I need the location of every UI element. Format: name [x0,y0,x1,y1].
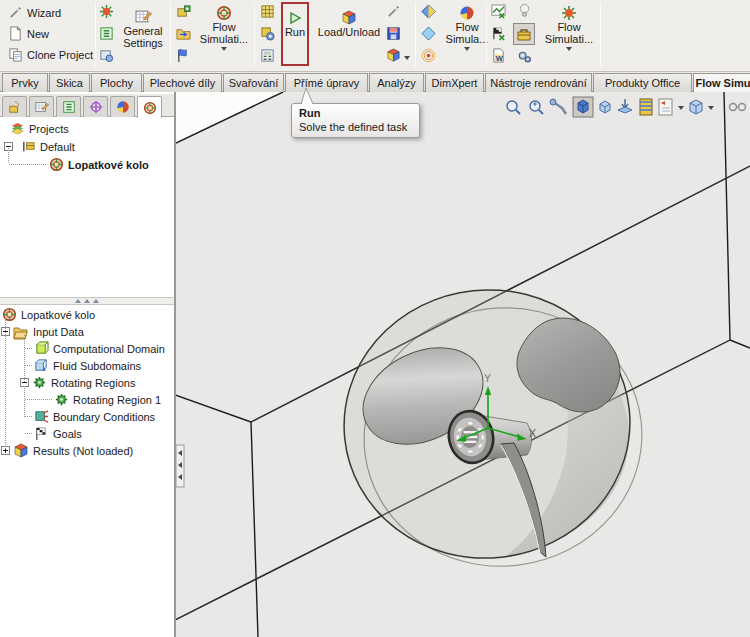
panel-tab-features[interactable] [2,96,27,117]
axis-label-y: Y [484,372,491,384]
tree-item-rotating-regions[interactable]: Rotating Regions [20,374,135,391]
tree-item-default[interactable]: Default [4,138,75,155]
report-icon[interactable] [491,48,506,63]
tree-label: Results (Not loaded) [33,445,133,457]
new-label: New [27,28,49,40]
results-edit-icon[interactable] [386,4,401,19]
tree-item-results[interactable]: Results (Not loaded) [1,442,133,459]
panel-tab-bar [0,94,174,117]
tab-label: Skica [56,77,83,89]
flow-simulation-dropdown-b[interactable]: Flow Simulati... [543,5,595,51]
general-settings-icon [135,8,152,25]
graphics-viewport[interactable]: Y X [176,92,750,637]
wireframe-view-icon[interactable] [600,101,610,113]
tab-dimxpert[interactable]: DimXpert [425,73,484,92]
gears-icon[interactable] [517,49,532,64]
mesh-grid-icon[interactable] [260,4,275,19]
tab-label: DimXpert [432,77,478,89]
wizard-icon [8,5,23,20]
panel-tab-properties[interactable] [29,96,54,117]
scene-icon[interactable] [659,99,672,115]
flow-simula-label: Flow Simula... [446,21,489,45]
load-unload-label: Load/Unload [318,26,380,38]
new-button[interactable]: New [8,26,49,41]
goals-icon [34,426,49,441]
lightbulb-icon[interactable] [517,3,532,18]
isosurfaces-icon[interactable] [421,48,436,63]
tooltip-description: Solve the defined task [299,121,412,133]
component-control-icon[interactable] [176,4,191,19]
tree-label: Lopatkové kolo [21,309,95,321]
panel-splitter-handle[interactable] [176,445,184,487]
dimxpert-icon [89,100,103,114]
cut-plot-icon[interactable] [421,4,436,19]
tab-plochy[interactable]: Plochy [91,73,142,92]
solidworks-window: Wizard New Clone Project General Setting… [0,0,750,637]
tree-label: Default [40,141,75,153]
clone-project-button[interactable]: Clone Project [8,47,93,62]
tree-item-rotating-region-1[interactable]: Rotating Region 1 [54,391,161,408]
tab-flow-simulation[interactable]: Flow Simu [693,73,750,92]
save-results-icon[interactable] [386,26,401,41]
new-study-icon[interactable] [99,4,114,19]
appearance-icon[interactable] [640,99,652,115]
wizard-label: Wizard [27,7,61,19]
default-project-icon [21,139,36,154]
tab-svarovani[interactable]: Svařování [223,73,284,92]
flow-simulation-toolbar: Wizard New Clone Project General Setting… [0,0,750,71]
batch-run-icon[interactable] [176,48,191,63]
toolbox-pressed-button[interactable] [513,23,535,45]
tree-item-lopatkove-kolo[interactable]: Lopatkové kolo [49,156,149,173]
save-cube-icon[interactable] [386,48,401,63]
tab-analyzy[interactable]: Analýzy [369,73,424,92]
wizard-button[interactable]: Wizard [8,5,61,20]
surface-plot-icon[interactable] [421,26,436,41]
view-orientation-icon[interactable] [690,100,702,114]
tree-item-boundary-conditions[interactable]: Boundary Conditions [34,408,155,425]
general-settings-button[interactable]: General Settings [118,8,168,49]
flow-simula-dropdown[interactable]: Flow Simula... [444,5,490,51]
save-dropdown-caret-icon[interactable] [404,56,410,60]
tab-label: Svařování [229,77,279,89]
tree-label: Input Data [33,326,84,338]
load-unload-icon [341,10,357,26]
panel-tab-configurations[interactable] [56,96,81,117]
tree-item-fluid-subdomains[interactable]: Fluid Subdomains [34,357,141,374]
panel-splitter[interactable] [0,297,174,305]
tree-label: Projects [29,123,69,135]
flow-simulation-dropdown-a[interactable]: Flow Simulati... [196,5,252,51]
tree-label: Computational Domain [53,343,165,355]
shaded-view-button[interactable] [573,97,593,117]
tree-label: Rotating Region 1 [73,394,161,406]
panel-tab-flow-simulation[interactable] [137,96,162,118]
tab-prvky[interactable]: Prvky [2,73,48,92]
feature-manager-panel: Projects Default Lopatkové kolo Lopatkov… [0,92,176,637]
tree-item-computational-domain[interactable]: Computational Domain [34,340,165,357]
tab-skica[interactable]: Skica [49,73,90,92]
calculation-control-icon[interactable] [260,48,275,63]
copy-project-icon[interactable] [176,26,191,41]
tree-item-projects[interactable]: Projects [10,120,69,137]
features-icon [8,100,22,114]
lock-settings-icon[interactable] [99,48,114,63]
tab-plechove-dily[interactable]: Plechové díly [143,73,222,92]
solver-box-icon[interactable] [260,26,275,41]
flow-simulation-icon [561,5,577,21]
tree-label: Goals [53,428,82,440]
load-unload-button[interactable]: Load/Unload [315,10,383,38]
panel-tab-dimxpert[interactable] [83,96,108,117]
flow-simula-icon [459,5,475,21]
dropdown-caret-icon [221,47,227,51]
tab-nastroje-rendrovani[interactable]: Nástroje rendrování [485,73,592,92]
panel-tab-display-manager[interactable] [110,96,135,117]
tree-settings-icon[interactable] [99,26,114,41]
tree-item-goals[interactable]: Goals [34,425,82,442]
goals-x-icon[interactable] [491,26,506,41]
goal-plot-icon[interactable] [491,4,506,19]
input-data-icon [13,324,29,340]
fluid-subdomains-icon [34,358,49,373]
tree-item-input-data[interactable]: Input Data [1,323,84,340]
rotating-regions-icon [32,375,47,390]
tab-produkty-office[interactable]: Produkty Office [593,73,692,92]
tree-item-analysis-root[interactable]: Lopatkové kolo [2,306,95,323]
